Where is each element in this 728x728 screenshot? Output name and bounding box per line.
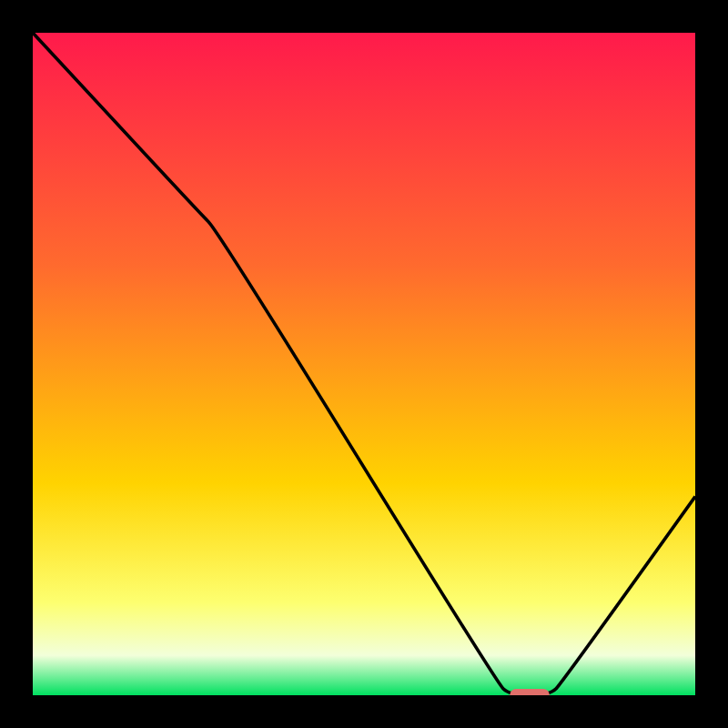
chart-svg	[33, 33, 695, 695]
optimal-marker	[510, 689, 550, 695]
chart-plot	[33, 33, 695, 695]
gradient-background	[33, 33, 695, 695]
